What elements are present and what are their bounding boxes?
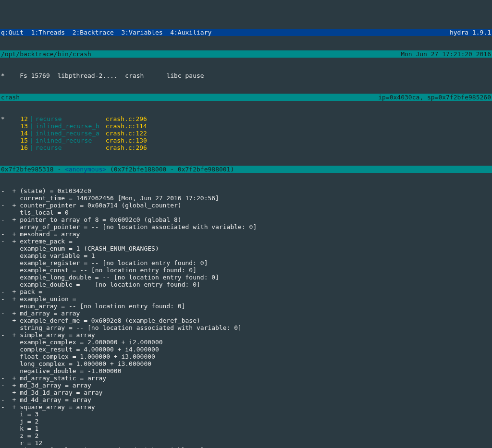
variable-line[interactable]: - + counter_pointer = 0x60a714 (global_c…	[0, 202, 492, 209]
separator: |	[30, 115, 34, 122]
menu-shortcuts: q:Quit 1:Threads 2:Backtrace 3:Variables…	[1, 29, 211, 36]
variable-line[interactable]: array_of_pointer = -- [no location assoc…	[0, 223, 492, 230]
backtrace-row[interactable]: *12|recursecrash.c:296	[0, 115, 492, 122]
variable-line[interactable]: - + mesohard = array	[0, 230, 492, 238]
separator: |	[30, 144, 34, 151]
backtrace-row[interactable]: 14|inlined_recurse_acrash.c:122	[0, 130, 492, 137]
variable-line[interactable]: - + example_union =	[0, 295, 492, 303]
function-name: inlined_recurse_b	[34, 122, 106, 130]
separator: |	[30, 137, 34, 144]
selected-marker	[0, 130, 6, 137]
variable-line[interactable]: long_complex = 1.000000 + i3.000000	[0, 360, 492, 367]
variable-line[interactable]: - + (state) = 0x10342c0	[0, 187, 492, 194]
source-location: crash.c:296	[106, 115, 147, 122]
backtrace-row[interactable]: 16|recursecrash.c:296	[0, 144, 492, 151]
variable-line[interactable]: z = 2	[0, 432, 492, 439]
variable-line[interactable]: tls_local = 0	[0, 209, 492, 216]
variable-line[interactable]: - + pointer_to_array_of_8 = 0x6092c0 (gl…	[0, 216, 492, 223]
binary-path: /opt/backtrace/bin/crash	[1, 50, 91, 58]
selected-marker	[0, 122, 6, 130]
backtrace-row[interactable]: 13|inlined_recurse_bcrash.c:114	[0, 122, 492, 130]
backtrace-row[interactable]: 15|inlined_recursecrash.c:130	[0, 137, 492, 144]
variable-line[interactable]: k = 1	[0, 425, 492, 432]
selected-marker	[0, 137, 6, 144]
menu-bar[interactable]: q:Quit 1:Threads 2:Backtrace 3:Variables…	[0, 29, 492, 36]
region-range: (0x7f2bfe188000 - 0x7f2bfe988001)	[106, 166, 234, 173]
variable-line[interactable]: example_double = -- [no location entry f…	[0, 281, 492, 288]
variable-line[interactable]: - + pack =	[0, 288, 492, 295]
variable-line[interactable]: - + md_array_static = array	[0, 375, 492, 382]
section-bar: crash ip=0x4030ca, sp=0x7f2bfe985260	[0, 94, 492, 101]
variable-line[interactable]: - + md_3d_1d_array = array	[0, 389, 492, 396]
variable-line[interactable]: example_enum = 1 (CRASH_ENUM_ORANGES)	[0, 245, 492, 252]
variable-line[interactable]: - + md_3d_array = array	[0, 382, 492, 389]
variable-line[interactable]: example_register = -- [no location entry…	[0, 259, 492, 266]
variable-line[interactable]: - + example_deref_me = 0x6092e8 (example…	[0, 317, 492, 324]
ip-sp-values: ip=0x4030ca, sp=0x7f2bfe985260	[378, 94, 491, 101]
frame-number: 15	[6, 137, 30, 144]
variable-line[interactable]: example_complex = 2.000000 + i2.000000	[0, 339, 492, 346]
variable-line[interactable]: - + extreme_pack =	[0, 238, 492, 245]
source-location: crash.c:296	[106, 144, 147, 151]
frame-number: 16	[6, 144, 30, 151]
path-bar: /opt/backtrace/bin/crash Mon Jun 27 17:2…	[0, 50, 492, 58]
frame-number: 13	[6, 122, 30, 130]
timestamp: Mon Jun 27 17:21:20 2016	[401, 50, 491, 58]
process-name: crash	[1, 94, 20, 101]
variable-line[interactable]: - + square_array = array	[0, 403, 492, 411]
variable-line[interactable]: r = 12	[0, 439, 492, 447]
anonymous-tag: <anonymous>	[65, 166, 106, 173]
variables-panel[interactable]: - + (state) = 0x10342c0 current_time = 1…	[0, 187, 492, 448]
variable-line[interactable]: - + md_array = array	[0, 310, 492, 317]
variable-line[interactable]: complex_result = 4.000000 + i4.000000	[0, 346, 492, 353]
app-version: hydra 1.9.1	[450, 29, 491, 36]
anonymous-region-bar: 0x7f2bfe985318 - <anonymous> (0x7f2bfe18…	[0, 166, 492, 173]
selected-marker	[0, 144, 6, 151]
separator: |	[30, 122, 34, 130]
variable-line[interactable]: example_long_double = -- [no location en…	[0, 274, 492, 281]
source-location: crash.c:114	[106, 122, 147, 130]
frame-number: 14	[6, 130, 30, 137]
function-name: recurse	[34, 115, 106, 122]
source-location: crash.c:130	[106, 137, 147, 144]
variable-line[interactable]: current_time = 1467062456 [Mon, Jun 27 2…	[0, 194, 492, 202]
variable-line[interactable]: - + md_4d_array = array	[0, 396, 492, 403]
variable-line[interactable]: string_array = -- [no location associate…	[0, 324, 492, 331]
variable-line[interactable]: enum_array = -- [no location entry found…	[0, 303, 492, 310]
thread-bar[interactable]: * Fs 15769 libpthread-2.... crash __libc…	[0, 72, 492, 79]
variable-line[interactable]: j = 2	[0, 418, 492, 425]
variable-line[interactable]: example_const = -- [no location entry fo…	[0, 266, 492, 274]
variable-line[interactable]: negative_double = -1.000000	[0, 367, 492, 375]
variable-line[interactable]: - + simple_array = array	[0, 331, 492, 339]
variable-line[interactable]: example_variable = 1	[0, 252, 492, 259]
function-name: inlined_recurse	[34, 137, 106, 144]
function-name: inlined_recurse_a	[34, 130, 106, 137]
backtrace-panel[interactable]: *12|recursecrash.c:29613|inlined_recurse…	[0, 115, 492, 151]
frame-number: 12	[6, 115, 30, 122]
variable-line[interactable]: i = 3	[0, 411, 492, 418]
function-name: recurse	[34, 144, 106, 151]
region-addr: 0x7f2bfe985318 -	[1, 166, 65, 173]
variable-line[interactable]: float_complex = 1.000000 + i3.000000	[0, 353, 492, 360]
separator: |	[30, 130, 34, 137]
selected-marker: *	[0, 115, 6, 122]
source-location: crash.c:122	[106, 130, 147, 137]
